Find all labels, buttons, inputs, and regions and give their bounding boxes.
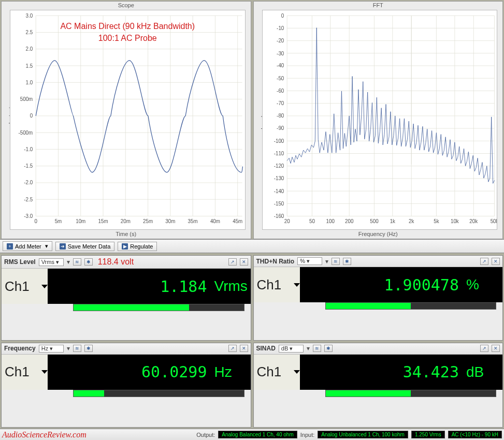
output-chip[interactable]: Analog Balanced 1 Ch, 40 ohm xyxy=(218,431,297,438)
svg-text:1.5: 1.5 xyxy=(26,63,33,69)
rms-levelbar xyxy=(73,304,244,311)
svg-text:-30: -30 xyxy=(277,50,284,56)
close-icon[interactable]: ✕ xyxy=(492,258,500,265)
output-label: Output: xyxy=(196,432,215,438)
svg-text:30m: 30m xyxy=(165,218,175,224)
svg-text:50: 50 xyxy=(309,218,314,224)
chevron-down-icon[interactable] xyxy=(294,370,300,374)
meter-rms: RMS Level Vrms ▾ ▾ ≋ ✱ 118.4 volt ↗ ✕ Ch… xyxy=(1,255,251,341)
svg-text:40m: 40m xyxy=(210,218,220,224)
svg-text:20m: 20m xyxy=(121,218,131,224)
sinad-value: 34.423 xyxy=(300,363,467,381)
gear-icon[interactable]: ✱ xyxy=(324,345,333,352)
plus-icon: + xyxy=(7,243,13,250)
freq-unit-select[interactable]: Hz ▾ xyxy=(39,345,64,353)
svg-text:-2.0: -2.0 xyxy=(24,180,33,185)
svg-text:10k: 10k xyxy=(450,218,459,224)
svg-text:2.5: 2.5 xyxy=(26,30,33,35)
svg-text:0: 0 xyxy=(281,13,284,19)
chevron-down-icon[interactable] xyxy=(294,283,300,287)
svg-text:20k: 20k xyxy=(469,218,478,224)
svg-text:-1.0: -1.0 xyxy=(24,146,33,152)
close-icon[interactable]: ✕ xyxy=(240,258,248,266)
thdn-levelbar xyxy=(325,302,497,310)
svg-text:3.0: 3.0 xyxy=(26,13,33,19)
svg-text:5m: 5m xyxy=(55,218,62,224)
svg-text:-130: -130 xyxy=(273,175,284,181)
input-chip[interactable]: Analog Unbalanced 1 Ch, 100 kohm xyxy=(318,431,408,438)
charts-row: Scope Instantaneous Level (V) AC Mains D… xyxy=(0,0,504,239)
svg-text:-90: -90 xyxy=(277,125,284,131)
svg-text:2.0: 2.0 xyxy=(26,46,33,52)
rms-channel: Ch1 xyxy=(2,278,38,295)
svg-text:-40: -40 xyxy=(277,63,284,68)
range-chip[interactable]: 1.250 Vrms xyxy=(411,431,445,438)
add-meter-button[interactable]: +Add Meter▾ xyxy=(3,241,52,251)
save-meter-data-button[interactable]: ➜Save Meter Data xyxy=(55,242,115,251)
svg-text:10m: 10m xyxy=(76,218,85,224)
sinad-unit-select[interactable]: dB ▾ xyxy=(279,345,304,353)
gear-icon[interactable]: ✱ xyxy=(84,345,93,352)
fft-plot-area[interactable]: 0-10-20-30-40-50-60-70-80-90-100-110-120… xyxy=(262,10,498,230)
scope-trace xyxy=(36,61,242,172)
regulate-button[interactable]: ▶Regulate xyxy=(118,242,157,251)
popout-icon[interactable]: ↗ xyxy=(480,258,488,265)
gear-icon[interactable]: ✱ xyxy=(84,258,93,266)
rms-unit: Vrms xyxy=(214,278,251,295)
chevron-down-icon[interactable] xyxy=(41,285,48,288)
scope-panel: Scope Instantaneous Level (V) AC Mains D… xyxy=(1,1,251,239)
fft-trace xyxy=(287,28,494,184)
svg-text:500m: 500m xyxy=(20,96,33,102)
settings-icon[interactable]: ≋ xyxy=(332,258,340,265)
svg-text:-50: -50 xyxy=(277,75,284,81)
scope-svg: 3.02.52.01.51.0500m0-500m-1.0-1.5-2.0-2.… xyxy=(10,10,245,229)
svg-text:35m: 35m xyxy=(188,218,198,224)
popout-icon[interactable]: ↗ xyxy=(480,345,488,352)
fft-title: FFT xyxy=(254,2,503,9)
settings-icon[interactable]: ≋ xyxy=(73,345,81,352)
watermark: AudioScienceReview.com xyxy=(2,430,87,439)
popout-icon[interactable]: ↗ xyxy=(228,258,237,266)
scope-xlabel: Time (s) xyxy=(2,231,251,239)
freq-unit: Hz xyxy=(214,364,251,380)
play-icon: ▶ xyxy=(122,243,128,250)
svg-text:-140: -140 xyxy=(273,188,284,194)
svg-text:-80: -80 xyxy=(277,113,284,119)
meter-freq: Frequency Hz ▾ ▾ ≋ ✱ ↗ ✕ Ch1 60.0299 Hz xyxy=(1,343,251,428)
svg-text:50k: 50k xyxy=(490,218,497,224)
svg-text:25m: 25m xyxy=(143,218,153,224)
bw-chip[interactable]: AC (<10 Hz) - 90 kH xyxy=(448,431,502,438)
svg-text:200: 200 xyxy=(345,218,354,224)
thdn-unit: % xyxy=(466,276,502,293)
thdn-title: THD+N Ratio xyxy=(256,258,295,265)
rms-unit-select[interactable]: Vrms ▾ xyxy=(39,258,64,266)
svg-text:2k: 2k xyxy=(409,218,414,224)
svg-text:-160: -160 xyxy=(273,213,284,218)
meter-toolbar: +Add Meter▾ ➜Save Meter Data ▶Regulate xyxy=(0,239,504,253)
gear-icon[interactable]: ✱ xyxy=(343,258,351,265)
svg-text:-150: -150 xyxy=(273,201,284,207)
rms-title: RMS Level xyxy=(4,258,36,266)
thdn-value: 1.900478 xyxy=(300,276,467,294)
freq-value: 60.0299 xyxy=(48,363,214,381)
close-icon[interactable]: ✕ xyxy=(492,345,500,352)
chevron-down-icon[interactable] xyxy=(41,370,48,374)
regulate-label: Regulate xyxy=(130,243,153,250)
settings-icon[interactable]: ≋ xyxy=(313,345,321,352)
scope-title: Scope xyxy=(2,2,251,9)
svg-text:-3.0: -3.0 xyxy=(24,213,33,218)
popout-icon[interactable]: ↗ xyxy=(228,345,237,352)
add-meter-label: Add Meter xyxy=(15,243,41,250)
settings-icon[interactable]: ≋ xyxy=(73,258,81,266)
thdn-unit-select[interactable]: % ▾ xyxy=(297,257,322,265)
scope-plot-area[interactable]: AC Mains Direct (90 kHz Bandwidth) 100:1… xyxy=(10,10,246,230)
close-icon[interactable]: ✕ xyxy=(240,345,248,352)
meters-grid: RMS Level Vrms ▾ ▾ ≋ ✱ 118.4 volt ↗ ✕ Ch… xyxy=(0,253,504,429)
freq-title: Frequency xyxy=(4,345,36,352)
rms-value: 1.184 xyxy=(48,277,214,296)
sinad-levelbar xyxy=(325,390,497,397)
fft-panel: FFT Level (dBrA) 0-10-20-30-40-50-60-70-… xyxy=(253,1,503,239)
status-bar: AudioScienceReview.com Output: Analog Ba… xyxy=(0,429,504,440)
svg-text:-60: -60 xyxy=(277,88,284,94)
svg-text:45m: 45m xyxy=(233,218,242,224)
